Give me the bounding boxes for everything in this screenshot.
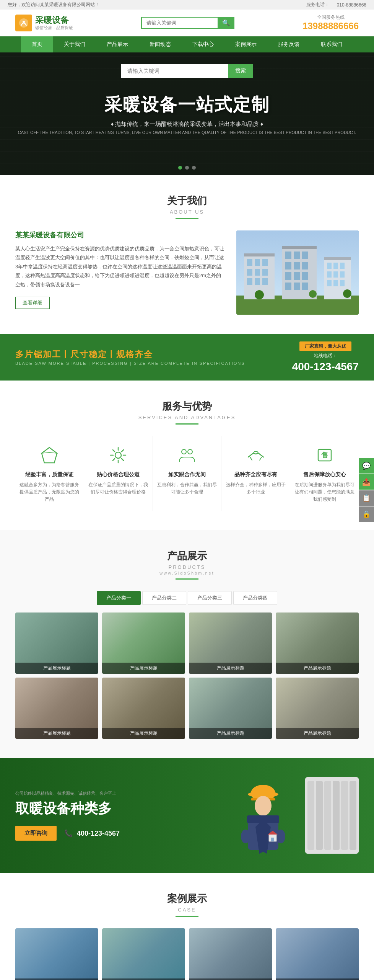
case-card-0[interactable]: 某产业展示标题 bbox=[15, 928, 98, 980]
service-desc-2: 互惠利利，合作共赢，我们尽可能让多个合理 bbox=[157, 481, 218, 496]
svg-rect-9 bbox=[247, 269, 252, 276]
hero-content: 采暖设备一站式定制 ♦ 抛却传统，来一场酣畅淋漓的采暖变革，活出本事和品质 ♦ … bbox=[18, 93, 356, 135]
svg-rect-20 bbox=[285, 262, 291, 270]
cta-radiator bbox=[305, 777, 359, 854]
float-share-button[interactable]: 📤 bbox=[359, 474, 374, 490]
cases-grid: 某产业展示标题 某产业展示标题 某产业展示标题 某产业展示标题 bbox=[15, 928, 359, 980]
top-bar: 您好，欢迎访问某某采暖设备有限公司网站！ 服务电话： 010-88886666 bbox=[0, 0, 374, 10]
product-label-2: 产品展示标题 bbox=[189, 663, 272, 674]
hero-dot-2[interactable] bbox=[185, 166, 189, 170]
product-card-0[interactable]: 产品展示标题 bbox=[15, 612, 98, 674]
logo-text: 采暖设备 诚信经营，品质保证 bbox=[35, 15, 73, 31]
svg-rect-24 bbox=[294, 272, 300, 280]
product-tab-3[interactable]: 产品分类四 bbox=[233, 591, 277, 605]
hero-small-text: CAST OFF THE TRADITION, TO START HEATING… bbox=[18, 130, 356, 135]
service-item-variety: 品种齐全应有尽有 选样齐全，种种多样，应用于多个行业 bbox=[221, 436, 290, 511]
svg-rect-39 bbox=[340, 280, 345, 286]
cta-right bbox=[229, 773, 359, 858]
green-banner-sub: BLADE SAW MORE STABLE | PROCESSING | SIZ… bbox=[15, 361, 245, 366]
people-icon bbox=[176, 444, 198, 467]
nav-item-products[interactable]: 产品展示 bbox=[96, 36, 139, 52]
svg-rect-34 bbox=[327, 271, 332, 278]
product-card-6[interactable]: 产品展示标题 bbox=[189, 678, 272, 739]
cta-consult-button[interactable]: 立即咨询 bbox=[15, 826, 57, 841]
hero-dot-1[interactable] bbox=[178, 166, 182, 170]
svg-point-47 bbox=[188, 449, 192, 454]
svg-point-59 bbox=[276, 830, 285, 843]
product-card-3[interactable]: 产品展示标题 bbox=[276, 612, 359, 674]
nav-item-home[interactable]: 首页 bbox=[21, 36, 53, 52]
cases-heading: 案例展示 bbox=[15, 892, 359, 905]
product-tab-1[interactable]: 产品分类二 bbox=[142, 591, 186, 605]
svg-rect-27 bbox=[294, 283, 300, 290]
products-title: 产品展示 PRODUCTS www.SidoShbm.net bbox=[15, 549, 359, 580]
about-image bbox=[236, 230, 359, 315]
hero-search-button[interactable]: 搜索 bbox=[228, 64, 253, 78]
float-lock-button[interactable]: 🔒 bbox=[359, 506, 374, 522]
cases-sub: CASE bbox=[15, 907, 359, 913]
cases-section: 案例展示 CASE 某产业展示标题 某产业展示标题 某产业展示标题 某产业展示标… bbox=[0, 873, 374, 980]
product-label-1: 产品展示标题 bbox=[102, 663, 185, 674]
hero-search-input[interactable] bbox=[121, 64, 228, 78]
float-chat-button[interactable]: 💬 bbox=[359, 458, 374, 474]
case-card-1[interactable]: 某产业展示标题 bbox=[102, 928, 185, 980]
nav-item-news[interactable]: 新闻动态 bbox=[139, 36, 182, 52]
product-tab-0[interactable]: 产品分类一 bbox=[97, 591, 141, 605]
product-card-5[interactable]: 产品展示标题 bbox=[102, 678, 185, 739]
about-content: 某某采暖设备有限公司 某人心生活安产生产完全保持在资源的优势优质建设的优质品质，… bbox=[15, 230, 359, 315]
cases-title: 案例展示 CASE bbox=[15, 892, 359, 917]
product-label-4: 产品展示标题 bbox=[15, 728, 98, 739]
services-heading: 服务与优势 bbox=[15, 400, 359, 413]
svg-point-42 bbox=[343, 289, 351, 298]
service-title-2: 如实跟合作无间 bbox=[157, 471, 218, 478]
nav-item-cases[interactable]: 案例展示 bbox=[224, 36, 267, 52]
search-button[interactable]: 🔍 bbox=[218, 17, 234, 29]
hero-dot-3[interactable] bbox=[192, 166, 196, 170]
service-desc-0: 这融合多方为，为给客营服务提供品质产品，无限度为您的产品 bbox=[19, 481, 80, 503]
about-desc: 某人心生活安产生产完全保持在资源的优势优质建设的优质品质，为一套空间加热意识色，… bbox=[15, 244, 225, 289]
svg-rect-13 bbox=[255, 278, 260, 285]
nav-item-contact[interactable]: 联系我们 bbox=[310, 36, 353, 52]
header: 采暖设备 诚信经营，品质保证 🔍 全国服务热线 13988886666 bbox=[0, 10, 374, 36]
product-card-2[interactable]: 产品展示标题 bbox=[189, 612, 272, 674]
services-grid: 经验丰富，质量保证 这融合多方为，为给客营服务提供品质产品，无限度为您的产品 贴… bbox=[15, 436, 359, 511]
service-item-cooperation: 如实跟合作无间 互惠利利，合作共赢，我们尽可能让多个合理 bbox=[153, 436, 222, 511]
hero-title: 采暖设备一站式定制 bbox=[18, 93, 356, 117]
nav-item-download[interactable]: 下载中心 bbox=[182, 36, 224, 52]
phone-label: 全国服务热线 bbox=[317, 14, 345, 21]
cta-title: 取暖设备种类多 bbox=[15, 799, 120, 818]
hero-search: 搜索 bbox=[121, 64, 253, 78]
cta-buttons: 立即咨询 📞 400-123-4567 bbox=[15, 826, 120, 841]
case-label-2: 某产业展示标题 bbox=[189, 978, 272, 980]
product-tab-2[interactable]: 产品分类三 bbox=[188, 591, 232, 605]
case-label-0: 某产业展示标题 bbox=[15, 978, 98, 980]
about-heading: 关于我们 bbox=[15, 194, 359, 207]
logo: 采暖设备 诚信经营，品质保证 bbox=[15, 15, 73, 31]
svg-point-45 bbox=[115, 452, 121, 458]
header-search: 🔍 bbox=[141, 17, 234, 29]
svg-rect-23 bbox=[285, 272, 291, 280]
product-card-1[interactable]: 产品展示标题 bbox=[102, 612, 185, 674]
float-buttons: 💬 📤 📋 🔒 bbox=[359, 458, 374, 522]
service-item-quality: 经验丰富，质量保证 这融合多方为，为给客营服务提供品质产品，无限度为您的产品 bbox=[15, 436, 84, 511]
product-label-6: 产品展示标题 bbox=[189, 728, 272, 739]
case-label-1: 某产业展示标题 bbox=[102, 978, 185, 980]
case-card-2[interactable]: 某产业展示标题 bbox=[189, 928, 272, 980]
svg-rect-11 bbox=[262, 269, 268, 276]
svg-rect-21 bbox=[294, 262, 300, 270]
cta-badge: 公司始终以品精精良、技术源先、诚信经营、客户至上 bbox=[15, 791, 116, 796]
read-more-button[interactable]: 查看详细 bbox=[15, 297, 50, 309]
float-clip-button[interactable]: 📋 bbox=[359, 490, 374, 506]
green-banner-left: 多片锯加工丨尺寸稳定丨规格齐全 BLADE SAW MORE STABLE | … bbox=[15, 349, 245, 366]
svg-marker-44 bbox=[42, 448, 57, 453]
svg-rect-38 bbox=[333, 280, 338, 286]
nav-item-feedback[interactable]: 服务反馈 bbox=[267, 36, 310, 52]
case-card-3[interactable]: 某产业展示标题 bbox=[276, 928, 359, 980]
cases-divider bbox=[176, 916, 198, 917]
svg-rect-36 bbox=[340, 271, 345, 278]
svg-rect-8 bbox=[262, 259, 268, 266]
product-card-4[interactable]: 产品展示标题 bbox=[15, 678, 98, 739]
product-card-7[interactable]: 产品展示标题 bbox=[276, 678, 359, 739]
search-input[interactable] bbox=[141, 17, 218, 29]
nav-item-about[interactable]: 关于我们 bbox=[53, 36, 96, 52]
